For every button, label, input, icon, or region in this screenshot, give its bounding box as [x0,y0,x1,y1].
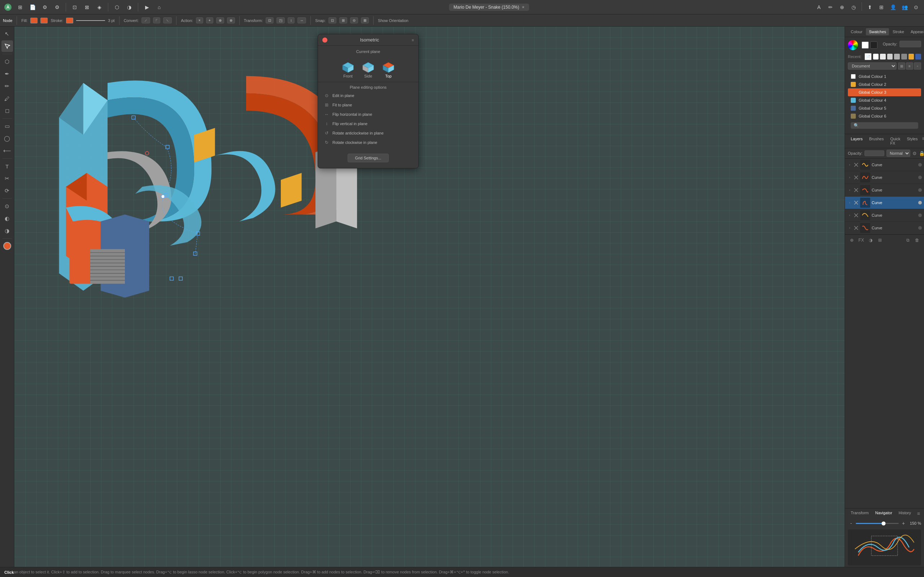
color-tool-icon[interactable]: A [814,2,824,12]
zoom-slider-thumb[interactable] [882,521,886,525]
document-select[interactable]: Document [848,62,897,69]
opacity-input[interactable]: 100 % [900,41,921,47]
zoom-tool[interactable]: ⊙ [2,200,13,212]
share-icon[interactable]: ⬆ [865,2,875,12]
global-color-4[interactable]: Global Colour 4 [848,96,921,104]
view-grid-btn[interactable]: ⊞ [898,62,905,69]
global-color-5[interactable]: Global Colour 5 [848,104,921,112]
layer-row-6[interactable]: › Curve [845,222,924,234]
lock-icon[interactable]: 🔒 [919,151,924,156]
layer-row-3[interactable]: › Curve [845,184,924,197]
expand-4[interactable]: › [847,200,852,205]
zoom-in-btn[interactable]: + [900,520,907,527]
action-btn1[interactable]: × [196,17,203,23]
collab-icon[interactable]: 👥 [900,2,909,12]
convert-btn3[interactable]: ⟍ [163,17,172,23]
tab-navigator[interactable]: Navigator [872,509,895,517]
recent-swatch-dkgray[interactable] [901,54,907,60]
group-icon[interactable]: ⊞ [876,236,884,244]
tab-styles[interactable]: Styles [904,135,921,147]
home-icon[interactable]: ⌂ [154,2,164,12]
layer-row-2[interactable]: › Curve [845,171,924,184]
fill-color[interactable] [30,18,37,23]
snap-btn2[interactable]: ⊞ [339,17,347,23]
document-title[interactable]: Mario De Meyer - Snake (150.0%) ★ [449,3,529,11]
tab-layers[interactable]: Layers [848,135,866,147]
tab-colour[interactable]: Colour [848,28,865,35]
convert-btn1[interactable]: ⟋ [142,17,150,23]
tab-transform[interactable]: Transform [848,509,872,517]
global-color-1[interactable]: Global Colour 1 [848,73,921,81]
global-color-2[interactable]: Global Colour 2 [848,81,921,89]
recent-swatch-ltgray[interactable] [880,54,886,60]
rotate-tool[interactable]: ⟳ [2,185,13,197]
recent-swatch-midgray[interactable] [894,54,900,60]
panel-close-btn[interactable] [322,37,327,43]
corner-tool[interactable]: ⬡ [2,56,13,68]
add-layer-btn[interactable]: ⊕ [848,236,856,244]
view-list-btn[interactable]: ≡ [906,62,913,69]
pencil-tool[interactable]: ✏ [2,81,13,92]
line-tool[interactable]: ⟵ [2,145,13,156]
panel-menu-btn[interactable]: ≡ [412,38,414,42]
user-icon[interactable]: 👤 [888,2,898,12]
snap-btn4[interactable]: ⊠ [361,17,369,23]
layers-opacity-val[interactable]: 100 % [864,150,884,156]
plane-top[interactable]: Top [381,58,396,78]
flip-vertical-option[interactable]: ↕ Flip vertical in plane [318,119,418,128]
stroke-swatch[interactable] [66,18,73,23]
layer-row-5[interactable]: › Curve [845,209,924,222]
arrow-icon[interactable]: ▶ [142,2,152,12]
view-small-btn[interactable]: ▫ [914,62,921,69]
white-swatch[interactable] [861,42,869,49]
tab-quickfx[interactable]: Quick FX [887,135,903,147]
nav-preview[interactable] [848,529,921,566]
gradient-tool[interactable]: ◑ [2,225,13,237]
settings-icon2[interactable]: ⚙ [52,2,62,12]
text-tool[interactable]: T [2,161,13,172]
delete-layer-btn[interactable]: 🗑 [913,236,921,244]
scissors-tool[interactable]: ✂ [2,173,13,184]
rotate-cw-option[interactable]: ↻ Rotate clockwise in plane [318,138,418,147]
transform-btn4[interactable]: ↔ [297,17,306,23]
nav-menu-btn[interactable]: ≡ [916,509,921,517]
expand-6[interactable]: › [847,226,852,230]
zoom-slider[interactable] [856,523,899,524]
settings-icon1[interactable]: ⚙ [40,2,50,12]
black-swatch[interactable] [870,42,877,49]
gear-icon[interactable]: ⚙ [913,151,917,156]
select-tool[interactable]: ↖ [2,28,13,40]
recent-swatch-drk[interactable] [908,54,914,60]
plane-side[interactable]: Side [361,58,375,78]
search-input[interactable] [861,123,915,128]
blend-mode-select[interactable]: Normal [887,150,910,157]
global-color-3[interactable]: Global Colour 3 [848,89,921,96]
action-btn4[interactable]: ⊗ [227,17,235,23]
clock-icon[interactable]: ◷ [848,2,859,12]
pixel-icon[interactable]: ◈ [94,2,104,12]
compare-icon[interactable]: ⊞ [876,2,887,12]
transform-btn1[interactable]: ⊡ [266,17,274,23]
convert-btn2[interactable]: ⟌ [153,17,160,23]
app-icon[interactable]: A [3,2,13,12]
curve-icon[interactable]: ◑ [124,2,134,12]
expand-1[interactable]: › [847,162,852,167]
transform-btn3[interactable]: ↕ [288,17,294,23]
doc-icon[interactable]: 📄 [27,2,37,12]
color-wheel[interactable] [848,40,858,50]
action-btn3[interactable]: ⊕ [216,17,224,23]
tab-history[interactable]: History [896,509,914,517]
tab-brushes[interactable]: Brushes [866,135,887,147]
pen-tool-icon[interactable]: ✏ [825,2,835,12]
color-circle[interactable] [3,242,11,250]
plane-front[interactable]: Front [341,58,355,78]
eyedrop-tool[interactable]: ◐ [2,213,13,224]
frame-icon[interactable]: ⊠ [82,2,92,12]
recent-doc-icon[interactable]: 📄 [864,53,872,60]
layer-row-4[interactable]: › Curve [845,197,924,209]
rect-tool[interactable]: ▭ [2,121,13,132]
node-tool[interactable] [2,40,13,52]
transform-btn2[interactable]: ◳ [276,17,285,23]
expand-5[interactable]: › [847,213,852,218]
canvas-area[interactable]: Isometric ≡ Current plane [15,27,845,567]
